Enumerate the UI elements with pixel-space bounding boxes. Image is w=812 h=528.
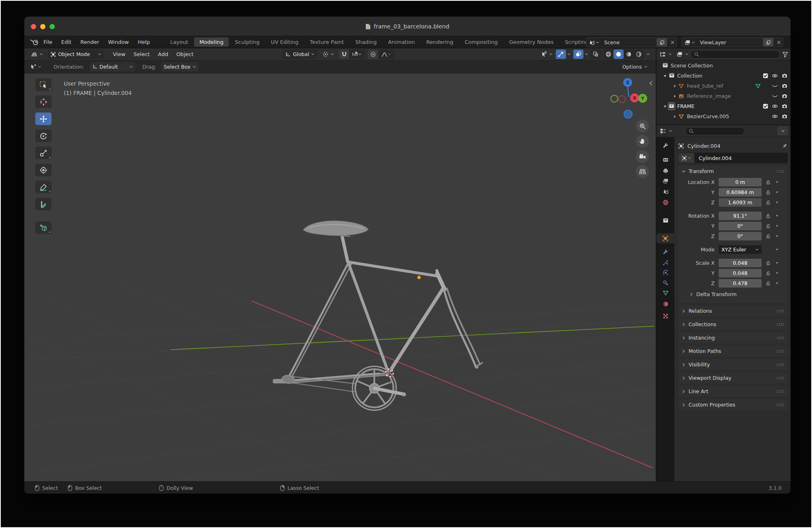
lock-icon[interactable] (764, 200, 772, 205)
outliner-editor-icon[interactable] (659, 51, 666, 57)
outliner-row-scene-collection[interactable]: Scene Collection (657, 61, 791, 71)
grip-icon[interactable] (777, 403, 784, 407)
tab-particle-properties[interactable] (657, 258, 674, 268)
tab-layout[interactable]: Layout (165, 37, 193, 47)
panel-visibility[interactable]: Visibility (678, 359, 788, 370)
mode-selector[interactable]: Object Mode (48, 50, 104, 59)
outliner-row-head-tube-ref[interactable]: head_tube_ref (657, 81, 791, 91)
tab-collection-properties[interactable] (657, 216, 674, 226)
tab-compositing[interactable]: Compositing (459, 37, 503, 47)
tool-scale[interactable] (35, 147, 52, 159)
outliner-row-reference-image[interactable]: Reference_image (657, 91, 791, 101)
tab-view-layer-properties[interactable] (657, 176, 674, 186)
viewport-menu-select[interactable]: Select (130, 51, 154, 57)
pan-view-button[interactable] (636, 135, 649, 148)
snap-target-selector[interactable] (349, 50, 365, 59)
properties-search-input[interactable] (685, 127, 745, 135)
shading-material-button[interactable] (624, 50, 634, 59)
tab-output-properties[interactable] (657, 166, 674, 176)
panel-viewport-display[interactable]: Viewport Display (678, 372, 788, 383)
tab-uv-editing[interactable]: UV Editing (266, 37, 304, 47)
view-layer-copy-button[interactable] (763, 38, 773, 46)
tool-select-box[interactable] (35, 78, 52, 91)
grip-icon[interactable] (777, 336, 784, 340)
triangle-down-icon[interactable] (663, 74, 667, 78)
rotation-mode-selector[interactable]: XYZ Euler (719, 245, 762, 254)
tab-world-properties[interactable] (657, 197, 674, 208)
lock-icon[interactable] (764, 180, 772, 185)
outliner-row-frame[interactable]: FRAME (657, 101, 791, 111)
proportional-falloff-selector[interactable] (378, 50, 394, 59)
tool-cursor[interactable] (35, 95, 52, 108)
tab-rendering[interactable]: Rendering (421, 37, 458, 47)
checkbox-icon[interactable] (763, 104, 768, 109)
animate-dot-icon[interactable] (774, 271, 780, 275)
outliner-display-mode-icon[interactable] (676, 51, 683, 57)
viewport-menu-add[interactable]: Add (154, 51, 172, 57)
editor-type-selector[interactable] (28, 50, 45, 59)
delta-transform-subpanel[interactable]: Delta Transform (678, 289, 788, 298)
navigation-gizmo[interactable]: Z X Y (606, 76, 654, 123)
location-y-field[interactable]: 0.60984 m (719, 188, 762, 197)
viewport-canvas[interactable]: User Perspective (1) FRAME | Cylinder.00… (24, 74, 656, 482)
tab-modifier-properties[interactable] (657, 247, 674, 257)
panel-collections[interactable]: Collections (678, 319, 788, 330)
tab-object-data-properties[interactable] (657, 288, 674, 298)
tab-sculpting[interactable]: Sculpting (229, 37, 265, 47)
properties-editor-icon[interactable] (660, 128, 666, 134)
eye-closed-icon[interactable] (772, 93, 778, 99)
panel-motion-paths[interactable]: Motion Paths (678, 346, 788, 357)
proportional-edit-toggle[interactable] (368, 50, 378, 59)
triangle-right-icon[interactable] (673, 84, 677, 88)
grip-icon[interactable] (777, 377, 784, 380)
animate-dot-icon[interactable] (774, 190, 780, 194)
pivot-point-selector[interactable] (320, 50, 337, 59)
eye-icon[interactable] (772, 103, 778, 109)
camera-restrict-icon[interactable] (782, 83, 788, 89)
menu-edit[interactable]: Edit (57, 39, 76, 45)
panel-custom-properties[interactable]: Custom Properties (678, 399, 788, 410)
scene-selector[interactable]: Scene (586, 37, 677, 47)
menu-file[interactable]: File (39, 39, 57, 45)
scale-x-field[interactable]: 0.048 (719, 259, 762, 267)
options-dropdown[interactable]: Options (620, 62, 650, 71)
outliner-row-beziercurve-005[interactable]: BezierCurve.005 (657, 111, 791, 121)
scale-y-field[interactable]: 0.048 (719, 269, 762, 277)
scale-z-field[interactable]: 0.478 (719, 279, 762, 288)
tool-transform[interactable] (35, 164, 52, 176)
tab-object-properties[interactable] (657, 233, 674, 243)
tab-shading[interactable]: Shading (350, 37, 382, 47)
outliner-row-collection[interactable]: Collection (657, 71, 791, 81)
tab-physics-properties[interactable] (657, 268, 674, 278)
grip-icon[interactable] (777, 350, 784, 353)
selectability-visibility-selector[interactable] (540, 50, 553, 59)
animate-dot-icon[interactable] (774, 261, 780, 264)
snap-toggle[interactable] (339, 50, 349, 59)
grip-icon[interactable] (777, 309, 784, 313)
tab-texture-properties[interactable] (657, 311, 674, 321)
camera-restrict-icon[interactable] (782, 103, 788, 109)
tab-scene-properties[interactable] (657, 186, 674, 197)
filter-icon[interactable] (782, 51, 788, 58)
lock-icon[interactable] (764, 260, 772, 266)
properties-options-dropdown[interactable] (777, 127, 788, 135)
view-layer-remove-button[interactable] (775, 40, 783, 45)
transform-orientation-selector[interactable]: Global (283, 50, 317, 59)
chevron-down-icon[interactable] (669, 129, 672, 133)
tab-modeling[interactable]: Modeling (194, 37, 229, 47)
animate-dot-icon[interactable] (774, 281, 780, 285)
camera-restrict-icon[interactable] (782, 93, 788, 99)
shading-solid-button[interactable] (613, 50, 624, 59)
lock-icon[interactable] (764, 281, 772, 286)
shading-wireframe-button[interactable] (603, 50, 613, 59)
grip-icon[interactable] (777, 390, 784, 393)
gizmo-neg-x-ball[interactable] (619, 96, 626, 103)
location-x-field[interactable]: 0 m (719, 178, 762, 186)
panel-instancing[interactable]: Instancing (678, 332, 788, 343)
tool-annotate[interactable] (35, 181, 52, 193)
animate-dot-icon[interactable] (774, 224, 780, 227)
camera-restrict-icon[interactable] (782, 113, 788, 119)
lock-icon[interactable] (764, 270, 772, 276)
menu-render[interactable]: Render (76, 39, 104, 45)
triangle-right-icon[interactable] (673, 94, 677, 98)
